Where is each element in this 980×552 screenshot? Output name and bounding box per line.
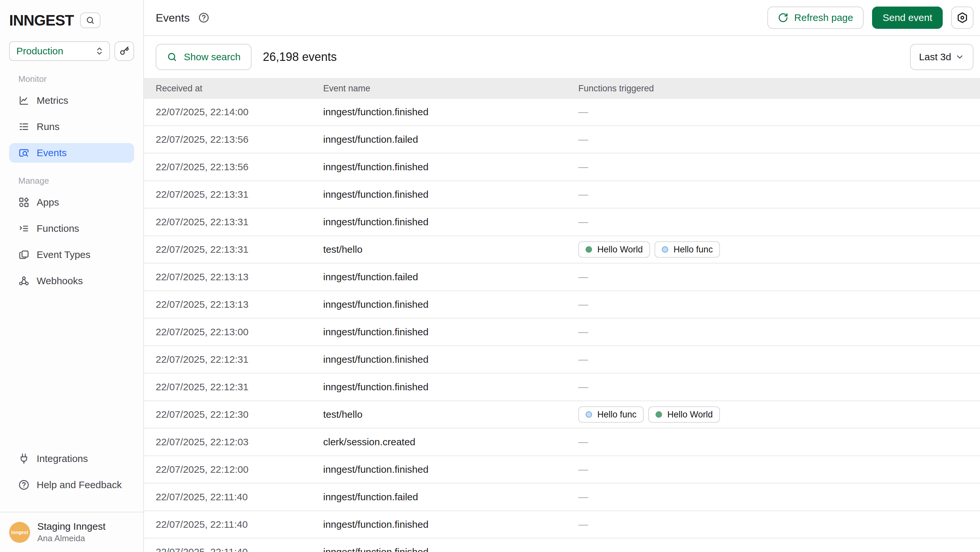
sidebar-item-label: Runs — [37, 121, 59, 132]
events-toolbar: Show search 26,198 events Last 3d — [144, 36, 980, 78]
function-status-dot — [662, 246, 668, 253]
function-badge[interactable]: Hello World — [578, 241, 650, 258]
environment-selected: Production — [16, 46, 63, 57]
event-types-icon — [18, 249, 29, 260]
environment-select[interactable]: Production — [9, 41, 110, 61]
chevron-down-icon — [955, 53, 964, 62]
no-functions-dash: — — [578, 464, 588, 475]
time-range-value: Last 3d — [919, 51, 951, 62]
show-search-button[interactable]: Show search — [156, 44, 251, 70]
function-badge[interactable]: Hello World — [648, 406, 720, 423]
global-search-button[interactable] — [80, 13, 100, 28]
sidebar-item-integrations[interactable]: Integrations — [9, 449, 134, 469]
refresh-page-label: Refresh page — [794, 12, 853, 23]
chevrons-up-down-icon — [95, 46, 104, 56]
received-at-cell: 22/07/2025, 22:13:31 — [156, 244, 323, 255]
page-header: Events Refresh page Send event — [144, 0, 980, 36]
table-row[interactable]: 22/07/2025, 22:13:56inngest/function.fai… — [144, 126, 980, 154]
received-at-cell: 22/07/2025, 22:13:31 — [156, 189, 323, 200]
no-functions-dash: — — [578, 546, 588, 552]
function-badge[interactable]: Hello func — [654, 241, 720, 258]
send-event-button[interactable]: Send event — [872, 6, 943, 29]
table-row[interactable]: 22/07/2025, 22:14:00inngest/function.fin… — [144, 99, 980, 126]
sidebar-item-webhooks[interactable]: Webhooks — [9, 271, 134, 291]
received-at-cell: 22/07/2025, 22:13:13 — [156, 271, 323, 282]
sidebar-item-runs[interactable]: Runs — [9, 117, 134, 137]
table-row[interactable]: 22/07/2025, 22:13:31test/helloHello Worl… — [144, 236, 980, 264]
event-name-cell: inngest/function.finished — [323, 464, 578, 475]
sidebar-item-label: Event Types — [37, 249, 91, 260]
account-name: Staging Inngest — [37, 521, 106, 532]
help-icon[interactable] — [198, 12, 209, 23]
sidebar-item-metrics[interactable]: Metrics — [9, 91, 134, 110]
received-at-cell: 22/07/2025, 22:12:03 — [156, 436, 323, 448]
functions-triggered-cell: — — [578, 107, 968, 118]
functions-triggered-cell: — — [578, 271, 968, 282]
table-row[interactable]: 22/07/2025, 22:12:30test/helloHello func… — [144, 401, 980, 429]
sidebar-item-label: Webhooks — [37, 275, 83, 287]
column-header-event-name: Event name — [323, 83, 578, 94]
event-name-cell: inngest/function.failed — [323, 271, 578, 282]
function-badge-label: Hello World — [667, 410, 713, 420]
no-functions-dash: — — [578, 381, 588, 392]
sidebar-item-events[interactable]: Events — [9, 143, 134, 163]
function-badge-label: Hello func — [673, 244, 713, 255]
page-title: Events — [156, 11, 190, 24]
table-row[interactable]: 22/07/2025, 22:13:56inngest/function.fin… — [144, 154, 980, 181]
no-functions-dash: — — [578, 299, 588, 310]
functions-icon — [18, 223, 29, 234]
refresh-page-button[interactable]: Refresh page — [767, 6, 864, 29]
sidebar-item-label: Apps — [37, 197, 59, 208]
table-row[interactable]: 22/07/2025, 22:11:40inngest/function.fin… — [144, 539, 980, 552]
functions-triggered-cell: — — [578, 216, 968, 228]
event-name-cell: inngest/function.failed — [323, 491, 578, 503]
sidebar-item-label: Integrations — [37, 453, 88, 464]
avatar: inngest — [9, 522, 30, 543]
table-row[interactable]: 22/07/2025, 22:11:40inngest/function.fai… — [144, 484, 980, 511]
event-name-cell: inngest/function.finished — [323, 107, 578, 118]
received-at-cell: 22/07/2025, 22:11:40 — [156, 491, 323, 503]
received-at-cell: 22/07/2025, 22:11:40 — [156, 546, 323, 552]
table-row[interactable]: 22/07/2025, 22:13:13inngest/function.fin… — [144, 291, 980, 319]
function-status-dot — [585, 246, 592, 253]
sidebar-nav: MonitorMetricsRunsEventsManageAppsFuncti… — [0, 61, 143, 297]
no-functions-dash: — — [578, 161, 588, 172]
time-range-select[interactable]: Last 3d — [910, 44, 974, 70]
table-row[interactable]: 22/07/2025, 22:13:31inngest/function.fin… — [144, 209, 980, 236]
table-row[interactable]: 22/07/2025, 22:12:03clerk/session.create… — [144, 429, 980, 456]
column-header-functions-triggered: Functions triggered — [578, 83, 968, 94]
function-badge[interactable]: Hello func — [578, 406, 644, 423]
settings-button[interactable] — [951, 6, 974, 29]
sidebar-item-event-types[interactable]: Event Types — [9, 245, 134, 265]
received-at-cell: 22/07/2025, 22:13:00 — [156, 326, 323, 338]
functions-triggered-cell: Hello WorldHello func — [578, 241, 968, 258]
sidebar-item-apps[interactable]: Apps — [9, 193, 134, 212]
inngest-logo: INNGEST — [9, 11, 73, 29]
event-name-cell: test/hello — [323, 409, 578, 420]
app-window: INNGEST Production MonitorMetricsRunsEve… — [0, 0, 980, 552]
search-icon — [167, 52, 177, 62]
sidebar-item-label: Functions — [37, 223, 79, 234]
event-keys-button[interactable] — [115, 41, 134, 61]
sidebar-item-help-and-feedback[interactable]: Help and Feedback — [9, 475, 134, 495]
received-at-cell: 22/07/2025, 22:13:56 — [156, 134, 323, 145]
received-at-cell: 22/07/2025, 22:13:56 — [156, 161, 323, 172]
functions-triggered-cell: — — [578, 189, 968, 200]
table-row[interactable]: 22/07/2025, 22:13:00inngest/function.fin… — [144, 319, 980, 346]
sidebar-item-label: Events — [37, 147, 67, 158]
column-header-received-at: Received at — [156, 83, 323, 94]
account-menu[interactable]: inngest Staging Inngest Ana Almeida — [0, 512, 143, 552]
table-row[interactable]: 22/07/2025, 22:12:31inngest/function.fin… — [144, 346, 980, 374]
table-row[interactable]: 22/07/2025, 22:13:13inngest/function.fai… — [144, 264, 980, 291]
table-row[interactable]: 22/07/2025, 22:12:00inngest/function.fin… — [144, 456, 980, 484]
events-icon — [18, 147, 29, 158]
table-row[interactable]: 22/07/2025, 22:11:40inngest/function.fin… — [144, 511, 980, 539]
metrics-icon — [18, 95, 29, 106]
main-content: Events Refresh page Send event — [144, 0, 980, 552]
no-functions-dash: — — [578, 271, 588, 282]
table-row[interactable]: 22/07/2025, 22:13:31inngest/function.fin… — [144, 181, 980, 209]
table-row[interactable]: 22/07/2025, 22:12:31inngest/function.fin… — [144, 374, 980, 401]
received-at-cell: 22/07/2025, 22:12:31 — [156, 354, 323, 365]
sidebar-item-functions[interactable]: Functions — [9, 219, 134, 238]
function-badge-label: Hello World — [597, 244, 643, 255]
